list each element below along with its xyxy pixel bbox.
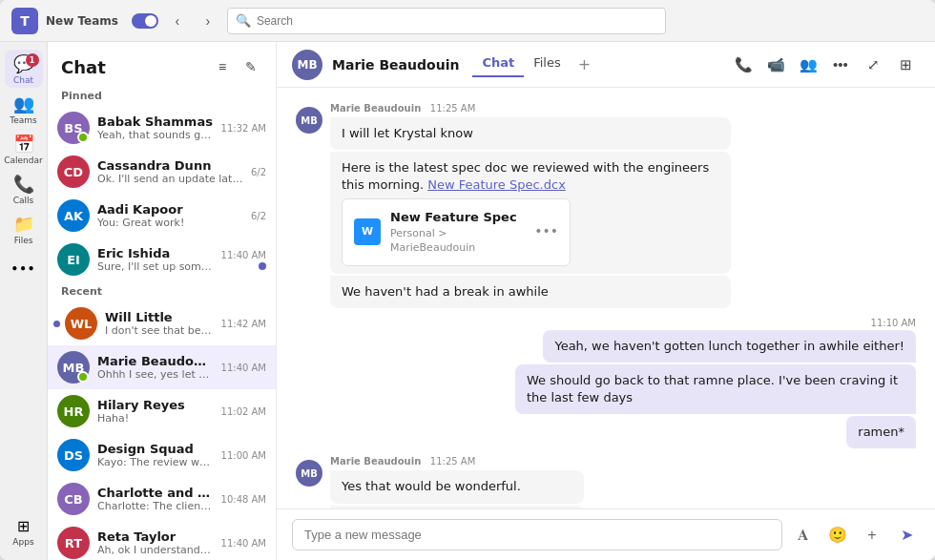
calendar-icon: 📅 (13, 134, 34, 154)
app-window: T New Teams ‹ › 🔍 💬 Chat 1 👥 Teams 📅 (0, 0, 935, 560)
recent-chat-hilary[interactable]: HR Hilary Reyes Haha! 11:02 AM (48, 389, 276, 433)
recent-chat-design[interactable]: DS Design Squad Kayo: The review went re… (48, 433, 276, 477)
toggle-knob (145, 15, 156, 27)
msg-bubble-2: Here is the latest spec doc we reviewed … (330, 152, 731, 273)
top-bar: T New Teams ‹ › 🔍 (0, 0, 935, 42)
avatar-eric: EI (57, 243, 90, 276)
chat-header: MB Marie Beaudouin Chat Files + 📞 📹 👥 ••… (277, 42, 935, 88)
msg-avatar-marie: MB (296, 107, 322, 134)
chat-preview-reta: Ah, ok I understand now. (97, 544, 214, 556)
more-options-button[interactable]: ••• (826, 51, 855, 79)
spec-doc-link[interactable]: New Feature Spec.dcx (427, 177, 566, 192)
sidebar-item-teams[interactable]: 👥 Teams (5, 90, 43, 128)
send-button[interactable]: ➤ (893, 522, 920, 549)
chat-time-charlotte: 10:48 AM (221, 494, 266, 505)
chat-name-aadi: Aadi Kapoor (97, 202, 243, 217)
chat-time-design: 11:00 AM (221, 450, 266, 461)
tab-files[interactable]: Files (524, 52, 571, 77)
new-chat-button[interactable]: ✎ (239, 55, 262, 78)
popout-button[interactable]: ⊞ (891, 51, 920, 79)
sidebar-item-files[interactable]: 📁 Files (5, 210, 43, 248)
chat-info-design: Design Squad Kayo: The review went reall… (97, 442, 214, 468)
msg-bubble-self-3: ramen* (846, 416, 916, 448)
chat-info-eric: Eric Ishida Sure, I'll set up something … (97, 246, 214, 273)
chat-name-babak: Babak Shammas (97, 114, 214, 129)
msg-avatar-marie-2: MB (296, 460, 322, 487)
sidebar-label-apps: Apps (12, 537, 33, 547)
search-bar[interactable]: 🔍 (227, 8, 666, 34)
pinned-chat-cassandra[interactable]: CD Cassandra Dunn Ok. I'll send an updat… (48, 150, 276, 194)
audio-call-button[interactable]: 📞 (729, 51, 758, 79)
msg-time-self-1: 11:10 AM (871, 318, 916, 328)
recent-chat-will[interactable]: WL Will Little I don't see that being an… (48, 301, 276, 345)
file-name: New Feature Spec (390, 209, 525, 226)
chat-preview-design: Kayo: The review went really well! Can't… (97, 456, 214, 468)
recent-chat-marie[interactable]: MB Marie Beaudouin Ohhh I see, yes let m… (48, 345, 276, 389)
recent-section-label: Recent (48, 281, 276, 301)
chat-info-reta: Reta Taylor Ah, ok I understand now. (97, 529, 214, 556)
chat-list-header: Chat ≡ ✎ (48, 42, 276, 86)
file-card: W New Feature Spec Personal > MarieBeaud… (342, 198, 571, 266)
avatar-cassandra: CD (57, 156, 90, 188)
avatar-design: DS (57, 439, 90, 471)
back-button[interactable]: ‹ (166, 10, 189, 32)
chat-info-cassandra: Cassandra Dunn Ok. I'll send an update l… (97, 158, 243, 185)
sidebar: 💬 Chat 1 👥 Teams 📅 Calendar 📞 Calls 📁 Fi… (0, 42, 48, 560)
file-more-button[interactable]: ••• (534, 222, 558, 241)
chat-name-eric: Eric Ishida (97, 246, 214, 260)
chat-name-cassandra: Cassandra Dunn (97, 158, 243, 173)
search-icon: 🔍 (236, 13, 251, 28)
chat-name-will: Will Little (105, 310, 214, 324)
tab-add-button[interactable]: + (571, 52, 598, 77)
sidebar-item-chat[interactable]: 💬 Chat 1 (5, 50, 43, 88)
msg-bubble-1: I will let Krystal know (330, 117, 731, 150)
forward-button[interactable]: › (197, 10, 219, 32)
chat-badge: 1 (26, 53, 39, 67)
avatar-charlotte: CB (57, 483, 90, 515)
chat-time-aadi: 6/2 (251, 211, 266, 221)
participants-button[interactable]: 👥 (794, 51, 822, 79)
msg-content-marie-1: Marie Beaudouin 11:25 AM I will let Krys… (330, 103, 731, 308)
teams-icon: 👥 (13, 93, 34, 114)
filter-button[interactable]: ≡ (211, 55, 234, 78)
sidebar-item-more[interactable]: ••• (5, 250, 43, 288)
sidebar-item-apps[interactable]: ⊞ Apps (5, 512, 43, 550)
msg-bubble-3: We haven't had a break in awhile (330, 276, 731, 308)
msg-bubble-self-2: We should go back to that ramne place. I… (515, 364, 916, 414)
sidebar-item-calendar[interactable]: 📅 Calendar (5, 130, 43, 168)
sidebar-item-calls[interactable]: 📞 Calls (5, 170, 43, 208)
attach-button[interactable]: + (859, 522, 885, 549)
msg-bubble-self-1: Yeah, we haven't gotten lunch together i… (543, 330, 916, 363)
expand-button[interactable]: ⤢ (859, 51, 887, 79)
chat-meta-reta: 11:40 AM (221, 538, 266, 549)
toggle-switch[interactable] (132, 13, 158, 29)
pinned-chat-babak[interactable]: BS Babak Shammas Yeah, that sounds great… (48, 106, 276, 150)
emoji-button[interactable]: 🙂 (824, 522, 851, 549)
pinned-chat-aadi[interactable]: AK Aadi Kapoor You: Great work! 6/2 (48, 194, 276, 238)
video-call-button[interactable]: 📹 (761, 51, 790, 79)
chat-info-hilary: Hilary Reyes Haha! (97, 398, 214, 425)
chat-name-hilary: Hilary Reyes (97, 398, 214, 412)
chat-name-charlotte: Charlotte and Babak (97, 486, 214, 500)
sidebar-bottom: ⊞ Apps (5, 512, 43, 552)
message-input[interactable] (292, 519, 782, 550)
chat-info-charlotte: Charlotte and Babak Charlotte: The clien… (97, 486, 214, 512)
msg-content-marie-2: Marie Beaudouin 11:25 AM Yes that would … (330, 456, 584, 508)
chat-preview-cassandra: Ok. I'll send an update later. (97, 173, 243, 185)
tab-chat[interactable]: Chat (472, 52, 524, 77)
avatar-babak: BS (57, 112, 90, 144)
avatar-aadi: AK (57, 199, 90, 232)
search-input[interactable] (257, 14, 657, 28)
recent-chat-reta[interactable]: RT Reta Taylor Ah, ok I understand now. … (48, 521, 276, 560)
chat-name-marie: Marie Beaudouin (97, 354, 214, 368)
recent-chat-charlotte[interactable]: CB Charlotte and Babak Charlotte: The cl… (48, 477, 276, 521)
format-button[interactable]: 𝐀 (790, 522, 817, 549)
pinned-chat-eric[interactable]: EI Eric Ishida Sure, I'll set up somethi… (48, 238, 276, 281)
chat-preview-babak: Yeah, that sounds great (97, 129, 214, 141)
teams-logo: T (11, 8, 38, 34)
chat-preview-charlotte: Charlotte: The client was pretty happy w… (97, 500, 214, 512)
chat-time-babak: 11:32 AM (221, 123, 266, 134)
chat-preview-marie: Ohhh I see, yes let me fix that! (97, 368, 214, 381)
chat-header-actions: 📞 📹 👥 ••• ⤢ ⊞ (729, 51, 920, 79)
chat-time-reta: 11:40 AM (221, 538, 266, 549)
